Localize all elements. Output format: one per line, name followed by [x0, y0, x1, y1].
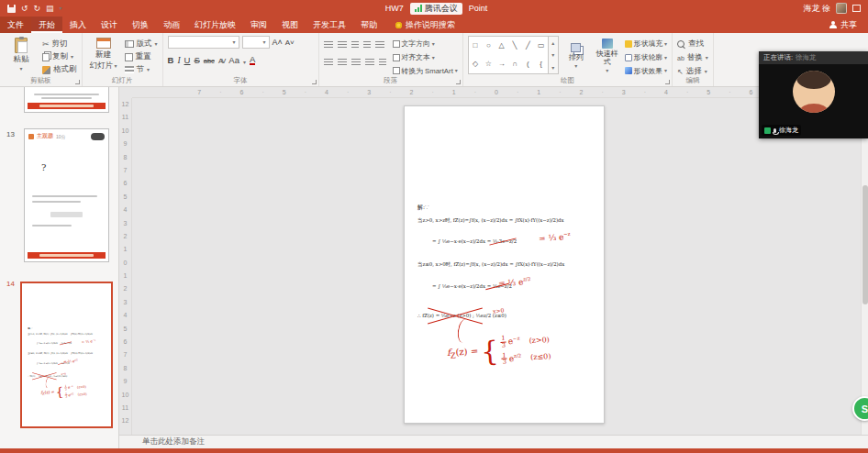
speaking-name: 徐海龙: [796, 53, 817, 62]
shape-fill-button[interactable]: 形状填充 ▾: [625, 39, 667, 50]
tab-home[interactable]: 开始: [31, 17, 62, 33]
reset-button[interactable]: 重置: [125, 51, 158, 62]
replace-button[interactable]: ab 替换 ▾: [677, 52, 708, 63]
shape-arc-icon[interactable]: ∩: [512, 61, 517, 68]
start-slideshow-icon[interactable]: ▤: [46, 4, 54, 13]
tab-view[interactable]: 视图: [274, 17, 306, 33]
slide-14-thumbnail-selected[interactable]: 解:∵ 当z>0, x>z时, fZ(z)=∫f(x, (x−z)/2)dx =…: [20, 282, 113, 428]
tab-insert[interactable]: 插入: [62, 17, 94, 33]
new-slide-button[interactable]: 新建 幻灯片 ▾: [87, 36, 120, 76]
tab-animations[interactable]: 动画: [156, 17, 187, 33]
tencent-meeting-pill[interactable]: 腾讯会议: [410, 3, 462, 15]
shape-triangle-icon[interactable]: △: [499, 42, 505, 50]
tencent-meeting-panel[interactable]: 正在讲话: 徐海龙 徐海龙: [759, 51, 868, 138]
smartart-button[interactable]: 转换为 SmartArt ▾: [393, 65, 458, 76]
line-spacing-icon[interactable]: [375, 41, 384, 50]
red-annotation-note: x>0: [493, 306, 505, 314]
editing-group-label: 编辑: [673, 76, 713, 85]
copy-button[interactable]: 复制 ▾: [42, 51, 77, 62]
shapes-gallery[interactable]: □ ○ △ ╲ ╱ ▭ ◇ ☆ → ∩ ( {: [468, 36, 549, 74]
strikethrough-button[interactable]: S: [194, 55, 199, 65]
increase-font-icon[interactable]: A˄: [273, 38, 283, 47]
share-button[interactable]: 共享: [818, 17, 868, 33]
paste-button[interactable]: 粘贴 ▾: [5, 36, 38, 76]
bullets-icon[interactable]: [324, 41, 333, 50]
columns-icon[interactable]: [379, 59, 386, 67]
italic-button[interactable]: I: [177, 56, 180, 65]
paragraph-dialog-launcher[interactable]: [456, 80, 461, 84]
account-avatar[interactable]: [836, 3, 847, 14]
vertical-scrollbar[interactable]: [861, 98, 868, 435]
shape-effects-button[interactable]: 形状效果 ▾: [625, 65, 667, 76]
section-button[interactable]: 节 ▾: [125, 64, 158, 75]
arrange-button[interactable]: 排列 ▾: [562, 36, 590, 76]
shape-diagonal-icon[interactable]: ╱: [526, 42, 530, 50]
clipboard-dialog-launcher[interactable]: [75, 80, 80, 84]
align-right-icon[interactable]: [351, 59, 361, 67]
notes-pane[interactable]: 单击此处添加备注: [119, 435, 868, 448]
paste-icon: [15, 38, 28, 53]
bold-button[interactable]: B: [168, 55, 174, 65]
shape-line-icon[interactable]: ╲: [513, 42, 517, 50]
meeting-panel-header[interactable]: 正在讲话: 徐海龙: [759, 51, 868, 64]
scrollbar-thumb[interactable]: [862, 185, 868, 304]
decrease-indent-icon[interactable]: [351, 41, 359, 50]
layout-button[interactable]: 版式 ▾: [125, 39, 158, 50]
tab-slideshow[interactable]: 幻灯片放映: [187, 17, 243, 33]
tab-transitions[interactable]: 切换: [125, 17, 156, 33]
gallery-down-icon[interactable]: ▾: [551, 51, 554, 58]
align-text-button[interactable]: 对齐文本 ▾: [393, 52, 458, 63]
drawing-dialog-launcher[interactable]: [665, 80, 670, 84]
shapes-gallery-scroll[interactable]: ▴ ▾ ▾: [549, 36, 559, 74]
shape-diamond-icon[interactable]: ◇: [473, 61, 478, 68]
undo-icon[interactable]: ↺: [21, 4, 28, 13]
slide-content: 解:∵ 当z>0, x>z时, fZ(z)=∫f(x, (x−z)/2)dx =…: [22, 283, 111, 425]
shape-outline-button[interactable]: 形状轮廓 ▾: [625, 52, 667, 63]
tab-file[interactable]: 文件: [0, 17, 31, 33]
slide-12-thumbnail[interactable]: [24, 87, 109, 113]
slide-13-thumbnail[interactable]: 主观题 10分 ?: [24, 128, 109, 262]
shape-rectangle-icon[interactable]: □: [473, 42, 478, 50]
meeting-video-tile[interactable]: 徐海龙: [759, 64, 868, 138]
customize-qat-icon[interactable]: ▾: [60, 6, 62, 11]
tab-design[interactable]: 设计: [94, 17, 125, 33]
underline-button[interactable]: U: [184, 55, 191, 65]
find-button[interactable]: 查找: [677, 39, 708, 50]
redo-icon[interactable]: ↻: [34, 4, 41, 13]
shape-outline-icon: [625, 54, 632, 61]
align-left-icon[interactable]: [324, 59, 333, 67]
question-points: 10分: [56, 134, 66, 139]
increase-indent-icon[interactable]: [363, 41, 371, 50]
slide-canvas[interactable]: 解:∵ 当z>0, x>z时, fZ(z)=∫f(x, (x−z)/2)dx =…: [404, 105, 605, 424]
quick-styles-button[interactable]: 快速样式 ▾: [594, 36, 621, 76]
font-dialog-launcher[interactable]: [312, 80, 317, 84]
cut-button[interactable]: ✂ 剪切: [42, 39, 77, 50]
numbering-icon[interactable]: [338, 41, 347, 50]
tab-help[interactable]: 帮助: [353, 17, 384, 33]
tell-me-search[interactable]: 操作说明搜索: [395, 17, 455, 33]
shape-bracket-icon[interactable]: (: [527, 61, 529, 68]
shape-rounded-rect-icon[interactable]: ▭: [538, 42, 545, 50]
character-spacing-button[interactable]: AV: [218, 57, 225, 65]
decrease-font-icon[interactable]: A˅: [285, 39, 295, 47]
font-size-combobox[interactable]: ▾: [242, 36, 270, 49]
shape-star-icon[interactable]: ☆: [485, 61, 492, 68]
shape-brace-icon[interactable]: {: [540, 61, 542, 68]
titlebar: ↺ ↻ ▤ ▾ HW7 腾讯会议 Point 海龙 徐: [0, 0, 868, 17]
font-name-combobox[interactable]: ▾: [168, 36, 239, 49]
change-case-button[interactable]: Aa: [228, 55, 239, 65]
font-color-button[interactable]: A: [250, 55, 255, 66]
ribbon-display-options-icon[interactable]: [852, 5, 861, 12]
gallery-more-icon[interactable]: ▾: [551, 64, 554, 71]
shape-circle-icon[interactable]: ○: [486, 42, 491, 50]
save-icon[interactable]: [7, 5, 16, 13]
justify-icon[interactable]: [365, 59, 374, 67]
shape-arrow-icon[interactable]: →: [498, 61, 506, 68]
text-direction-button[interactable]: 文字方向 ▾: [393, 39, 458, 50]
format-painter-button[interactable]: 格式刷: [42, 64, 77, 75]
clear-format-button[interactable]: abc: [204, 57, 215, 65]
tab-review[interactable]: 审阅: [243, 17, 274, 33]
gallery-up-icon[interactable]: ▴: [551, 39, 554, 46]
align-center-icon[interactable]: [338, 59, 347, 67]
tab-developer[interactable]: 开发工具: [306, 17, 353, 33]
